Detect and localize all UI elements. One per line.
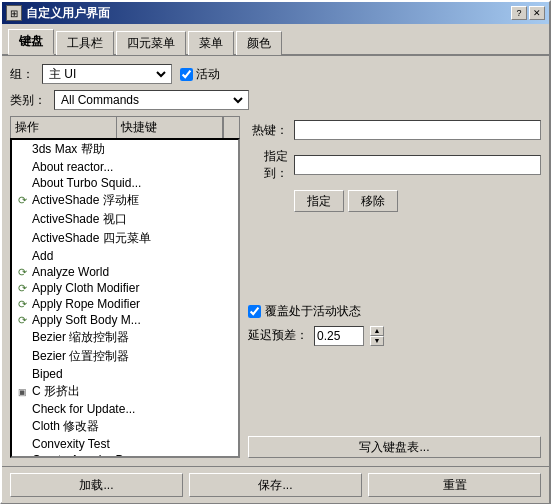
hotkey-input[interactable] xyxy=(294,120,541,140)
item-icon xyxy=(14,143,30,157)
list-item[interactable]: ⟳ ActiveShade 浮动框 xyxy=(12,191,238,210)
hotkey-label: 热键： xyxy=(248,122,288,139)
group-select[interactable]: 主 UI xyxy=(42,64,172,84)
item-text: Apply Cloth Modifier xyxy=(32,281,139,295)
list-item[interactable]: ⟳ Analyze World xyxy=(12,264,238,280)
list-item[interactable]: ActiveShade 视口 xyxy=(12,210,238,229)
tab-color[interactable]: 颜色 xyxy=(236,31,282,55)
group-select-input[interactable]: 主 UI xyxy=(45,66,169,82)
item-text: Convexity Test xyxy=(32,437,110,451)
category-label: 类别： xyxy=(10,92,46,109)
item-text: Add xyxy=(32,249,53,263)
list-item[interactable]: ⟳ Apply Cloth Modifier xyxy=(12,280,238,296)
softbody-icon: ⟳ xyxy=(14,313,30,327)
item-text: Analyze World xyxy=(32,265,109,279)
list-item[interactable]: ⟳ Apply Soft Body M... xyxy=(12,312,238,328)
col-action: 操作 xyxy=(11,117,117,138)
item-text: Create Angular Da... xyxy=(32,453,141,458)
title-bar: ⊞ 自定义用户界面 ? ✕ xyxy=(2,2,549,24)
delay-down-arrow[interactable]: ▼ xyxy=(370,336,384,346)
list-item[interactable]: 3ds Max 帮助 xyxy=(12,140,238,159)
list-item[interactable]: Bezier 位置控制器 xyxy=(12,347,238,366)
list-header: 操作 快捷键 xyxy=(10,116,240,138)
list-item[interactable]: ActiveShade 四元菜单 xyxy=(12,229,238,248)
item-icon xyxy=(14,350,30,364)
title-buttons: ? ✕ xyxy=(511,6,545,20)
list-item[interactable]: Add xyxy=(12,248,238,264)
reset-button[interactable]: 重置 xyxy=(368,473,541,497)
list-item[interactable]: ⟳ Apply Rope Modifier xyxy=(12,296,238,312)
item-icon xyxy=(14,420,30,434)
list-item[interactable]: About Turbo Squid... xyxy=(12,175,238,191)
window-title: 自定义用户界面 xyxy=(26,5,110,22)
delay-input[interactable] xyxy=(314,326,364,346)
tab-keyboard[interactable]: 键盘 xyxy=(8,29,54,55)
item-icon xyxy=(14,232,30,246)
command-list[interactable]: 3ds Max 帮助 About reactor... About Turbo … xyxy=(10,138,240,458)
right-panel: 热键： 指定到： 指定 移除 覆盖处于活动状态 xyxy=(248,116,541,458)
tab-quadmenu[interactable]: 四元菜单 xyxy=(116,31,186,55)
list-item[interactable]: Bezier 缩放控制器 xyxy=(12,328,238,347)
item-icon xyxy=(14,367,30,381)
angular-icon: ⟳ xyxy=(14,453,30,458)
main-window: ⊞ 自定义用户界面 ? ✕ 键盘 工具栏 四元菜单 菜单 颜色 组： 主 UI … xyxy=(0,0,551,504)
list-item[interactable]: About reactor... xyxy=(12,159,238,175)
item-text: Apply Soft Body M... xyxy=(32,313,141,327)
item-icon xyxy=(14,176,30,190)
hotkey-row: 热键： xyxy=(248,120,541,140)
item-text: 3ds Max 帮助 xyxy=(32,141,105,158)
load-button[interactable]: 加载... xyxy=(10,473,183,497)
item-text: Biped xyxy=(32,367,63,381)
list-item[interactable]: Biped xyxy=(12,366,238,382)
assign-button[interactable]: 指定 xyxy=(294,190,344,212)
group-label: 组： xyxy=(10,66,34,83)
item-text: About reactor... xyxy=(32,160,113,174)
activeshade-icon: ⟳ xyxy=(14,194,30,208)
delay-spinner: ▲ ▼ xyxy=(370,326,384,346)
list-item[interactable]: Convexity Test xyxy=(12,436,238,452)
split-layout: 操作 快捷键 3ds Max 帮助 About reactor... xyxy=(10,116,541,458)
tab-toolbar[interactable]: 工具栏 xyxy=(56,31,114,55)
override-checkbox[interactable] xyxy=(248,305,261,318)
assign-remove-row: 指定 移除 xyxy=(294,190,541,212)
list-item[interactable]: Check for Update... xyxy=(12,401,238,417)
save-button[interactable]: 保存... xyxy=(189,473,362,497)
delay-up-arrow[interactable]: ▲ xyxy=(370,326,384,336)
item-icon xyxy=(14,213,30,227)
remove-button[interactable]: 移除 xyxy=(348,190,398,212)
close-button[interactable]: ✕ xyxy=(529,6,545,20)
active-label: 活动 xyxy=(196,66,220,83)
category-select[interactable]: All Commands xyxy=(54,90,249,110)
item-text: Check for Update... xyxy=(32,402,135,416)
list-item[interactable]: ⟳ Create Angular Da... xyxy=(12,452,238,458)
item-text: C 形挤出 xyxy=(32,383,80,400)
list-item[interactable]: Cloth 修改器 xyxy=(12,417,238,436)
item-icon xyxy=(14,160,30,174)
active-checkbox-label[interactable]: 活动 xyxy=(180,66,220,83)
active-checkbox[interactable] xyxy=(180,68,193,81)
tab-menu[interactable]: 菜单 xyxy=(188,31,234,55)
item-text: ActiveShade 四元菜单 xyxy=(32,230,151,247)
analyze-icon: ⟳ xyxy=(14,265,30,279)
item-text: Bezier 缩放控制器 xyxy=(32,329,129,346)
item-icon xyxy=(14,331,30,345)
assign-to-label: 指定到： xyxy=(248,148,288,182)
assign-to-input[interactable] xyxy=(294,155,541,175)
item-text: ActiveShade 浮动框 xyxy=(32,192,139,209)
category-row: 类别： All Commands xyxy=(10,90,541,110)
item-text: About Turbo Squid... xyxy=(32,176,141,190)
content-area: 组： 主 UI 活动 类别： All Commands xyxy=(2,56,549,466)
write-keyboard-button[interactable]: 写入键盘表... xyxy=(248,436,541,458)
item-icon xyxy=(14,402,30,416)
assign-to-row: 指定到： xyxy=(248,148,541,182)
category-select-input[interactable]: All Commands xyxy=(57,92,246,108)
item-text: Cloth 修改器 xyxy=(32,418,99,435)
list-item[interactable]: ▣ C 形挤出 xyxy=(12,382,238,401)
delay-label: 延迟预差： xyxy=(248,327,308,344)
cloth-icon: ⟳ xyxy=(14,281,30,295)
left-panel: 操作 快捷键 3ds Max 帮助 About reactor... xyxy=(10,116,240,458)
help-button[interactable]: ? xyxy=(511,6,527,20)
override-row: 覆盖处于活动状态 xyxy=(248,303,541,320)
col-hotkey: 快捷键 xyxy=(117,117,223,138)
item-icon xyxy=(14,437,30,451)
